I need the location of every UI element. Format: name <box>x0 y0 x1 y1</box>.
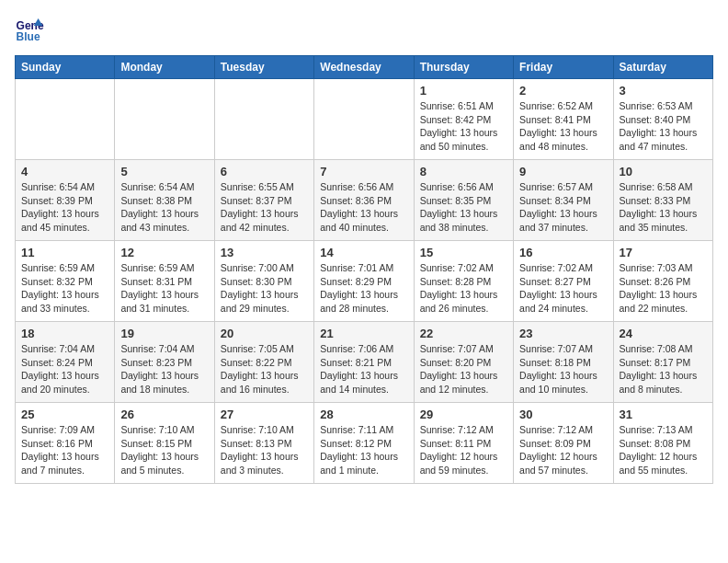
calendar-cell: 31Sunrise: 7:13 AM Sunset: 8:08 PM Dayli… <box>613 403 712 484</box>
day-detail: Sunrise: 7:01 AM Sunset: 8:29 PM Dayligh… <box>320 261 407 316</box>
calendar-cell: 10Sunrise: 6:58 AM Sunset: 8:33 PM Dayli… <box>613 160 712 241</box>
calendar-cell <box>314 79 414 160</box>
column-header-wednesday: Wednesday <box>314 56 414 79</box>
day-number: 10 <box>620 165 707 178</box>
calendar-week-row: 25Sunrise: 7:09 AM Sunset: 8:16 PM Dayli… <box>16 403 713 484</box>
column-header-friday: Friday <box>514 56 613 79</box>
day-detail: Sunrise: 6:54 AM Sunset: 8:39 PM Dayligh… <box>21 180 108 235</box>
day-detail: Sunrise: 7:02 AM Sunset: 8:27 PM Dayligh… <box>519 261 607 316</box>
calendar-table: SundayMondayTuesdayWednesdayThursdayFrid… <box>15 55 713 484</box>
calendar-header-row: SundayMondayTuesdayWednesdayThursdayFrid… <box>16 56 713 79</box>
calendar-cell: 27Sunrise: 7:10 AM Sunset: 8:13 PM Dayli… <box>214 403 313 484</box>
day-detail: Sunrise: 6:53 AM Sunset: 8:40 PM Dayligh… <box>620 99 707 154</box>
column-header-thursday: Thursday <box>414 56 513 79</box>
logo-icon: General Blue <box>15 15 44 44</box>
day-number: 13 <box>221 246 308 259</box>
day-detail: Sunrise: 7:04 AM Sunset: 8:23 PM Dayligh… <box>120 342 208 396</box>
day-number: 16 <box>519 246 607 259</box>
day-detail: Sunrise: 6:56 AM Sunset: 8:35 PM Dayligh… <box>420 180 507 235</box>
day-number: 29 <box>420 408 507 421</box>
day-detail: Sunrise: 7:12 AM Sunset: 8:11 PM Dayligh… <box>420 423 507 477</box>
calendar-cell: 17Sunrise: 7:03 AM Sunset: 8:26 PM Dayli… <box>613 241 712 322</box>
day-detail: Sunrise: 7:00 AM Sunset: 8:30 PM Dayligh… <box>221 261 308 316</box>
day-number: 24 <box>620 327 707 340</box>
day-number: 3 <box>620 84 707 98</box>
calendar-cell: 20Sunrise: 7:05 AM Sunset: 8:22 PM Dayli… <box>214 322 313 403</box>
calendar-cell: 1Sunrise: 6:51 AM Sunset: 8:42 PM Daylig… <box>414 79 513 160</box>
calendar-cell: 13Sunrise: 7:00 AM Sunset: 8:30 PM Dayli… <box>214 241 313 322</box>
day-number: 11 <box>21 246 108 259</box>
day-detail: Sunrise: 7:03 AM Sunset: 8:26 PM Dayligh… <box>620 261 707 316</box>
day-detail: Sunrise: 6:56 AM Sunset: 8:36 PM Dayligh… <box>320 180 407 235</box>
day-number: 25 <box>21 408 108 421</box>
column-header-sunday: Sunday <box>16 56 115 79</box>
column-header-saturday: Saturday <box>613 56 712 79</box>
day-number: 26 <box>120 408 208 421</box>
calendar-cell: 28Sunrise: 7:11 AM Sunset: 8:12 PM Dayli… <box>314 403 414 484</box>
calendar-cell: 21Sunrise: 7:06 AM Sunset: 8:21 PM Dayli… <box>314 322 414 403</box>
calendar-cell: 23Sunrise: 7:07 AM Sunset: 8:18 PM Dayli… <box>514 322 613 403</box>
calendar-cell: 5Sunrise: 6:54 AM Sunset: 8:38 PM Daylig… <box>115 160 214 241</box>
day-number: 8 <box>420 165 507 178</box>
day-detail: Sunrise: 6:51 AM Sunset: 8:42 PM Dayligh… <box>420 99 507 154</box>
calendar-week-row: 11Sunrise: 6:59 AM Sunset: 8:32 PM Dayli… <box>16 241 713 322</box>
day-number: 28 <box>320 408 407 421</box>
day-detail: Sunrise: 7:09 AM Sunset: 8:16 PM Dayligh… <box>21 423 108 477</box>
svg-text:Blue: Blue <box>17 30 40 43</box>
day-detail: Sunrise: 6:59 AM Sunset: 8:31 PM Dayligh… <box>120 261 208 316</box>
day-detail: Sunrise: 7:08 AM Sunset: 8:17 PM Dayligh… <box>620 342 707 396</box>
calendar-cell: 6Sunrise: 6:55 AM Sunset: 8:37 PM Daylig… <box>214 160 313 241</box>
day-detail: Sunrise: 7:10 AM Sunset: 8:15 PM Dayligh… <box>120 423 208 477</box>
calendar-cell: 12Sunrise: 6:59 AM Sunset: 8:31 PM Dayli… <box>115 241 214 322</box>
calendar-cell <box>214 79 313 160</box>
day-detail: Sunrise: 7:11 AM Sunset: 8:12 PM Dayligh… <box>320 423 407 477</box>
day-detail: Sunrise: 7:12 AM Sunset: 8:09 PM Dayligh… <box>519 423 607 477</box>
day-number: 19 <box>120 327 208 340</box>
day-detail: Sunrise: 6:54 AM Sunset: 8:38 PM Dayligh… <box>120 180 208 235</box>
calendar-cell: 16Sunrise: 7:02 AM Sunset: 8:27 PM Dayli… <box>514 241 613 322</box>
column-header-monday: Monday <box>115 56 214 79</box>
day-detail: Sunrise: 7:05 AM Sunset: 8:22 PM Dayligh… <box>221 342 308 396</box>
calendar-week-row: 1Sunrise: 6:51 AM Sunset: 8:42 PM Daylig… <box>16 79 713 160</box>
day-detail: Sunrise: 7:02 AM Sunset: 8:28 PM Dayligh… <box>420 261 507 316</box>
calendar-cell <box>115 79 214 160</box>
day-detail: Sunrise: 6:55 AM Sunset: 8:37 PM Dayligh… <box>221 180 308 235</box>
calendar-cell: 8Sunrise: 6:56 AM Sunset: 8:35 PM Daylig… <box>414 160 513 241</box>
column-header-tuesday: Tuesday <box>214 56 313 79</box>
logo: General Blue <box>15 15 48 44</box>
calendar-cell: 2Sunrise: 6:52 AM Sunset: 8:41 PM Daylig… <box>514 79 613 160</box>
day-number: 6 <box>221 165 308 178</box>
calendar-cell: 22Sunrise: 7:07 AM Sunset: 8:20 PM Dayli… <box>414 322 513 403</box>
day-number: 27 <box>221 408 308 421</box>
day-number: 15 <box>420 246 507 259</box>
day-detail: Sunrise: 7:07 AM Sunset: 8:20 PM Dayligh… <box>420 342 507 396</box>
calendar-cell <box>16 79 115 160</box>
calendar-cell: 14Sunrise: 7:01 AM Sunset: 8:29 PM Dayli… <box>314 241 414 322</box>
calendar-cell: 24Sunrise: 7:08 AM Sunset: 8:17 PM Dayli… <box>613 322 712 403</box>
day-detail: Sunrise: 6:58 AM Sunset: 8:33 PM Dayligh… <box>620 180 707 235</box>
calendar-cell: 19Sunrise: 7:04 AM Sunset: 8:23 PM Dayli… <box>115 322 214 403</box>
day-number: 14 <box>320 246 407 259</box>
day-number: 31 <box>620 408 707 421</box>
day-number: 17 <box>620 246 707 259</box>
calendar-cell: 3Sunrise: 6:53 AM Sunset: 8:40 PM Daylig… <box>613 79 712 160</box>
day-number: 7 <box>320 165 407 178</box>
day-detail: Sunrise: 7:10 AM Sunset: 8:13 PM Dayligh… <box>221 423 308 477</box>
calendar-cell: 4Sunrise: 6:54 AM Sunset: 8:39 PM Daylig… <box>16 160 115 241</box>
day-detail: Sunrise: 6:59 AM Sunset: 8:32 PM Dayligh… <box>21 261 108 316</box>
day-number: 20 <box>221 327 308 340</box>
calendar-cell: 18Sunrise: 7:04 AM Sunset: 8:24 PM Dayli… <box>16 322 115 403</box>
day-detail: Sunrise: 7:13 AM Sunset: 8:08 PM Dayligh… <box>620 423 707 477</box>
page-header: General Blue <box>15 15 713 44</box>
day-number: 1 <box>420 84 507 98</box>
calendar-cell: 15Sunrise: 7:02 AM Sunset: 8:28 PM Dayli… <box>414 241 513 322</box>
day-number: 5 <box>120 165 208 178</box>
day-number: 4 <box>21 165 108 178</box>
calendar-cell: 25Sunrise: 7:09 AM Sunset: 8:16 PM Dayli… <box>16 403 115 484</box>
day-number: 9 <box>519 165 607 178</box>
calendar-cell: 30Sunrise: 7:12 AM Sunset: 8:09 PM Dayli… <box>514 403 613 484</box>
calendar-cell: 11Sunrise: 6:59 AM Sunset: 8:32 PM Dayli… <box>16 241 115 322</box>
day-detail: Sunrise: 6:57 AM Sunset: 8:34 PM Dayligh… <box>519 180 607 235</box>
day-number: 2 <box>519 84 607 98</box>
day-detail: Sunrise: 6:52 AM Sunset: 8:41 PM Dayligh… <box>519 99 607 154</box>
